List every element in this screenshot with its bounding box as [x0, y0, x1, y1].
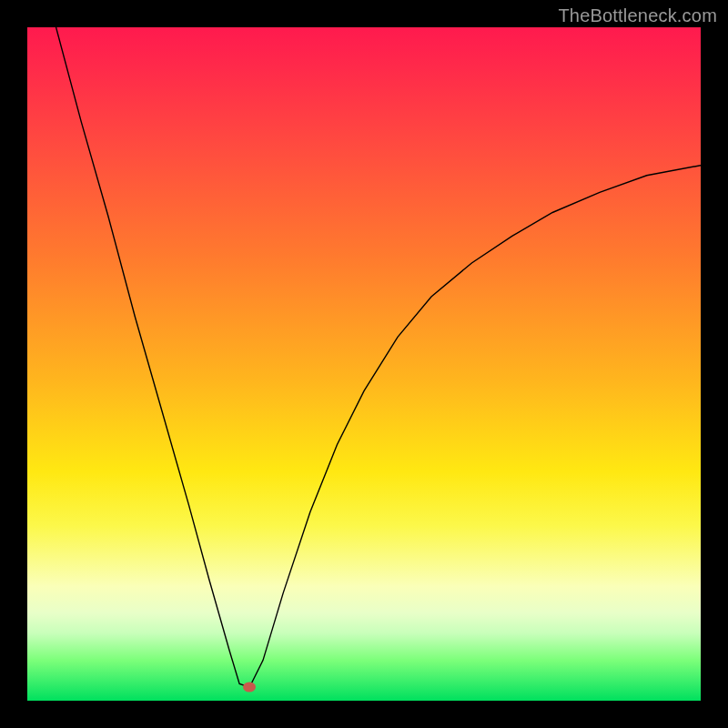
chart-frame: TheBottleneck.com	[0, 0, 728, 728]
bottleneck-curve	[27, 27, 701, 701]
curve-path	[55, 27, 701, 687]
plot-area	[27, 27, 701, 701]
watermark-text: TheBottleneck.com	[558, 5, 717, 26]
optimum-marker	[243, 682, 256, 693]
